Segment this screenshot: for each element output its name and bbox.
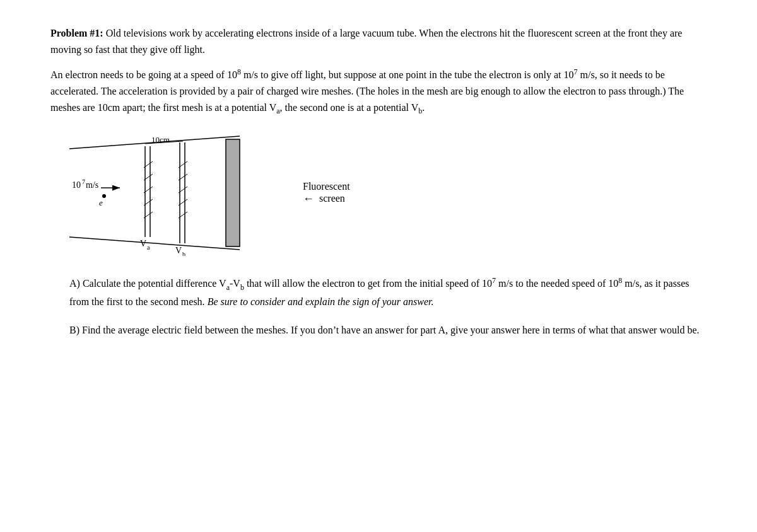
problem-title-line: Problem #1: Old televisions work by acce… (50, 25, 707, 57)
para1-part2: m/s to give off light, but suppose at on… (241, 70, 574, 81)
svg-text:V: V (175, 246, 182, 255)
svg-text:V: V (140, 239, 146, 248)
part-b: B) Find the average electric field betwe… (69, 322, 707, 338)
part-b-text: Find the average electric field between … (79, 325, 699, 335)
para1-part1: An electron needs to be going at a speed… (50, 70, 237, 81)
part-a-text1: Calculate the potential difference V (80, 278, 226, 289)
part-b-label: B) (69, 325, 79, 335)
para1-part4: , the second one is at a potential V (280, 102, 419, 113)
svg-line-1 (69, 237, 240, 250)
part-a-text2: -V (230, 278, 240, 289)
screen-arrow-row: ← screen (303, 192, 345, 205)
part-a-text4: m/s to the needed speed of 10 (496, 278, 618, 289)
answers-section: A) Calculate the potential difference Va… (50, 275, 707, 338)
problem-intro: Old televisions work by accelerating ele… (50, 28, 682, 55)
para1-part5: . (422, 102, 425, 113)
svg-text:7: 7 (82, 178, 85, 185)
part-a-italic: Be sure to consider and explain the sign… (205, 296, 434, 307)
problem-paragraph1: An electron needs to be going at a speed… (50, 66, 707, 117)
screen-label-group: Fluorescent ← screen (303, 181, 350, 205)
part-a-text3: that will allow the electron to get from… (244, 278, 492, 289)
svg-text:m/s: m/s (86, 180, 98, 190)
svg-text:a: a (147, 244, 150, 251)
svg-point-24 (102, 194, 106, 198)
diagram-svg: 10cm 10 7 m/s e (63, 130, 265, 256)
fluorescent-text: Fluorescent ← screen (303, 181, 350, 205)
problem-container: Problem #1: Old televisions work by acce… (50, 25, 707, 117)
svg-text:e: e (99, 198, 103, 207)
fluorescent-label: Fluorescent (303, 181, 350, 192)
part-a: A) Calculate the potential difference Va… (69, 275, 707, 309)
part-a-label: A) (69, 278, 80, 289)
diagram-container: 10cm 10 7 m/s e (63, 130, 707, 256)
svg-text:10: 10 (72, 180, 81, 190)
svg-rect-2 (226, 139, 240, 246)
left-arrow-icon: ← (303, 192, 314, 205)
screen-label: screen (319, 193, 345, 204)
svg-text:10cm: 10cm (151, 135, 170, 144)
svg-text:b: b (182, 251, 185, 256)
problem-title: Problem #1: (50, 28, 103, 38)
